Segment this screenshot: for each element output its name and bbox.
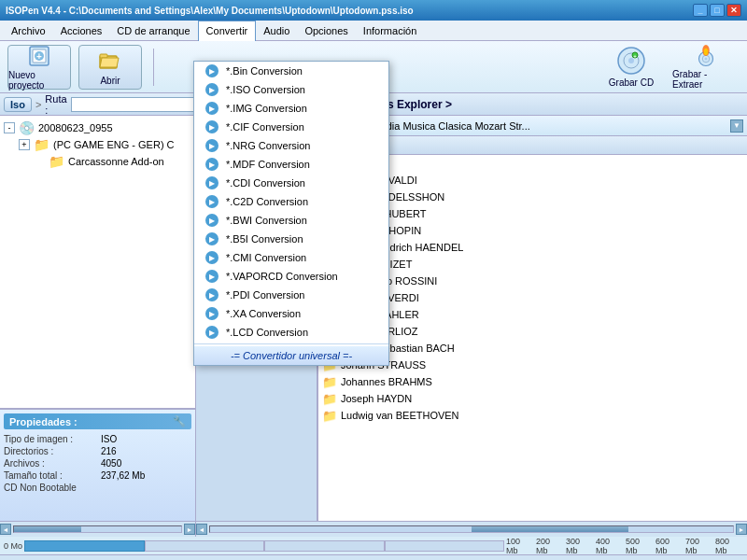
svg-text:+: + [633,53,637,59]
tree-expander-root[interactable]: - [4,122,15,133]
left-scroll-track[interactable] [13,525,182,533]
convertir-menu-item[interactable]: ▶*.ISO Conversion [194,80,388,99]
menu-acciones[interactable]: Acciones [53,21,110,41]
right-scroll-left[interactable]: ◄ [196,524,207,535]
prop-key-dirs: Directorios : [4,446,97,456]
convertir-item-arrow: ▶ [205,139,218,152]
title-bar-controls: _ □ ✕ [693,4,741,17]
prop-val-dirs: 216 [101,446,117,456]
minimize-button[interactable]: _ [693,4,708,17]
close-button[interactable]: ✕ [726,4,741,17]
left-scroll-left[interactable]: ◄ [0,524,11,535]
left-scroll-thumb[interactable] [14,526,81,532]
progress-label-4: 400 Mb [596,537,624,555]
nuevo-proyecto-button[interactable]: + Nuevo proyecto [7,45,71,90]
grabar-cd-button[interactable]: + Grabar CD [598,45,665,90]
scrollbar-area: ◄ ► ◄ ► [0,521,747,536]
convertir-menu-item[interactable]: ▶*.LCD Conversion [194,323,388,342]
convertir-menu-item[interactable]: ▶*.IMG Conversion [194,99,388,118]
file-item[interactable]: 📁Ludwig van BEETHOVEN [318,407,747,424]
right-scroll-thumb[interactable] [472,526,628,532]
progress-bar-area: 0 Mo 100 Mb 200 Mb 300 Mb 400 Mb 500 Mb … [0,536,747,554]
grabar-cd-label: Grabar CD [609,77,654,88]
toolbar-right: + Grabar CD Grabar - Extraer [515,45,740,90]
folder-dropdown-button[interactable]: ▼ [730,119,743,133]
convertir-menu-item[interactable]: ▶*.PDI Conversion [194,286,388,304]
progress-label-2: 200 Mb [536,537,564,555]
convertir-menu-item[interactable]: ▶*.BWI Conversion [194,211,388,230]
file-icon: 📁 [322,392,337,406]
convertir-menu-item[interactable]: ▶*.CDI Conversion [194,174,388,192]
convertir-item-label: *.LCD Conversion [226,327,308,338]
convertir-menu-item[interactable]: ▶*.Bin Conversion [194,62,388,80]
convertir-item-arrow: ▶ [205,288,218,301]
left-scrollbar: ◄ ► [0,522,196,537]
convertir-dropdown-menu: ▶*.Bin Conversion▶*.ISO Conversion▶*.IMG… [193,61,389,366]
grabar-extraer-button[interactable]: Grabar - Extraer [672,45,740,90]
convertir-menu-item[interactable]: ▶*.CIF Conversion [194,118,388,136]
tree-item-child1[interactable]: + 📁 (PC GAME ENG - GER) C [19,136,191,153]
prop-key-files: Archivos : [4,458,97,469]
convertir-universal-button[interactable]: -= Convertidor universal =- [194,346,388,365]
maximize-button[interactable]: □ [710,4,725,17]
right-scroll-track[interactable] [209,525,734,533]
file-item[interactable]: 📁Johannes BRAHMS [318,373,747,390]
convertir-item-label: *.B5I Conversion [226,233,303,245]
convertir-item-arrow: ▶ [205,176,218,189]
left-scroll-right[interactable]: ► [184,524,195,535]
tree-item-root[interactable]: - 💿 20080623_0955 [4,119,191,136]
prop-val-tipo: ISO [101,434,117,444]
grabar-cd-icon: + [616,46,646,76]
convertir-menu-item[interactable]: ▶*.CMI Conversion [194,248,388,267]
convertir-item-arrow: ▶ [205,158,218,171]
disk-icon: 💿 [19,120,35,135]
folder-icon-1: 📁 [34,137,49,152]
convertir-menu-item[interactable]: ▶*.MDF Conversion [194,155,388,174]
file-tree: - 💿 20080623_0955 + 📁 (PC GAME ENG - GER… [0,116,195,409]
menu-informacion[interactable]: Información [356,21,424,41]
abrir-icon [97,48,123,74]
convertir-menu-item[interactable]: ▶*.XA Conversion [194,304,388,323]
tree-child1-label: (PC GAME ENG - GER) C [53,139,175,150]
convertir-menu-item[interactable]: ▶*.VAPORCD Conversion [194,267,388,286]
menu-archivo[interactable]: Archivo [4,21,53,41]
convertir-items-list: ▶*.Bin Conversion▶*.ISO Conversion▶*.IMG… [194,62,388,342]
file-icon: 📁 [322,409,337,423]
svg-rect-5 [100,54,107,58]
convertir-item-label: *.Bin Conversion [226,65,303,77]
convertir-menu-item[interactable]: ▶*.B5I Conversion [194,230,388,248]
progress-segment-4 [385,540,505,552]
nuevo-proyecto-icon: + [26,44,52,68]
convertir-menu-item[interactable]: ▶*.NRG Conversion [194,136,388,155]
convertir-item-arrow: ▶ [205,64,218,77]
convertir-menu-item[interactable]: ▶*.C2D Conversion [194,192,388,211]
menu-convertir[interactable]: Convertir [198,21,257,41]
file-icon: 📁 [322,375,337,389]
ruta-input[interactable] [71,97,195,112]
svg-point-15 [704,48,709,55]
menu-cd-arranque[interactable]: CD de arranque [109,21,197,41]
file-item[interactable]: 📁Joseph HAYDN [318,390,747,407]
status-bar: ISOOpen 4.4.1 - 2008 | 1 directorios y0 … [0,554,747,560]
convertir-item-label: *.ISO Conversion [226,84,305,95]
right-scrollbar: ◄ ► [196,522,747,537]
convertir-item-arrow: ▶ [205,307,218,320]
prop-row-tipo: Tipo de imagen : ISO [4,433,191,445]
app-title: ISOPen V4.4 - C:\Documents and Settings\… [6,6,414,16]
abrir-button[interactable]: Abrir [78,45,142,90]
right-scroll-right[interactable]: ► [736,524,747,535]
prop-val-size: 237,62 Mb [101,470,145,481]
prop-key-boot: CD Non Bootable [4,483,77,493]
progress-label-6: 600 Mb [655,537,684,555]
menu-audio[interactable]: Audio [256,21,297,41]
tree-root-label: 20080623_0955 [38,122,113,133]
convertir-item-label: *.C2D Conversion [226,196,308,207]
folder-icon-2: 📁 [49,154,64,169]
tree-item-child2[interactable]: 📁 Carcassonne Add-on [34,153,191,170]
left-panel: Iso > Ruta : - 💿 20080623_0955 + 📁 (PC G… [0,93,196,521]
convertir-item-label: *.CIF Conversion [226,121,304,133]
tree-expander-child1[interactable]: + [19,139,30,150]
iso-nav: Iso > Ruta : [0,93,195,116]
iso-button[interactable]: Iso [4,97,32,112]
menu-opciones[interactable]: Opciones [297,21,355,41]
